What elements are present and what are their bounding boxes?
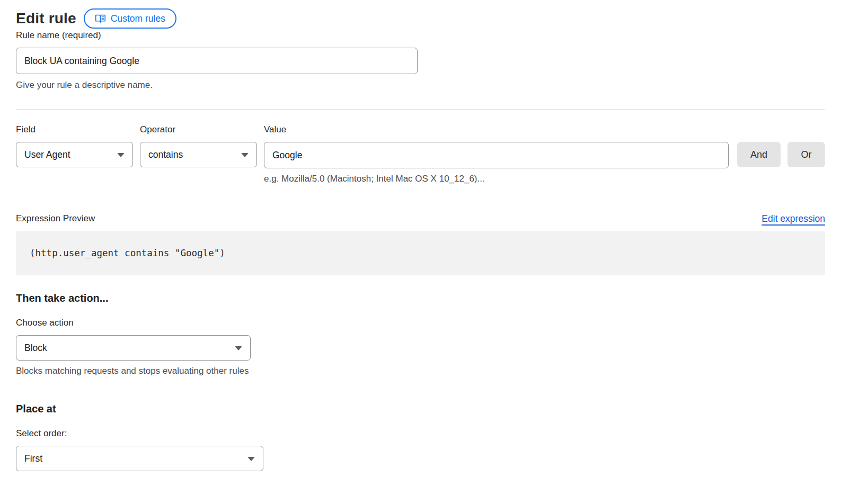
section-divider [16, 110, 825, 110]
operator-label: Operator [140, 124, 257, 136]
placement-section-heading: Place at [16, 403, 825, 415]
custom-rules-label: Custom rules [111, 13, 165, 24]
page-title: Edit rule [16, 10, 76, 27]
field-label: Field [16, 124, 133, 136]
field-select-value: User Agent [24, 149, 70, 160]
choose-action-label: Choose action [16, 317, 825, 329]
triangle-down-icon [235, 346, 242, 350]
value-label: Value [264, 124, 729, 136]
operator-select[interactable]: contains [140, 142, 257, 167]
operator-select-value: contains [148, 149, 183, 160]
expression-header: Expression Preview Edit expression [16, 213, 825, 224]
triangle-down-icon [117, 153, 125, 157]
condition-row: Field User Agent Operator contains Value… [16, 124, 825, 184]
or-button[interactable]: Or [787, 142, 825, 167]
action-section-heading: Then take action... [16, 292, 825, 304]
select-order-label: Select order: [16, 428, 825, 439]
value-help: e.g. Mozilla/5.0 (Macintosh; Intel Mac O… [264, 173, 729, 184]
page-header: Edit rule Custom rules [16, 7, 825, 30]
field-select[interactable]: User Agent [16, 142, 133, 167]
rule-name-label: Rule name (required) [16, 30, 101, 40]
triangle-down-icon [241, 153, 249, 157]
rule-name-input[interactable] [16, 48, 418, 74]
triangle-down-icon [247, 457, 255, 461]
edit-rule-page: Edit rule Custom rules Rule name (requir… [0, 0, 841, 471]
edit-expression-link[interactable]: Edit expression [762, 213, 825, 224]
expression-preview-label: Expression Preview [16, 213, 95, 224]
rule-name-help: Give your rule a descriptive name. [16, 79, 825, 91]
action-help: Blocks matching requests and stops evalu… [16, 365, 825, 376]
operator-column: Operator contains [140, 124, 257, 167]
or-column: Or [787, 124, 825, 167]
and-button[interactable]: And [737, 142, 781, 167]
action-select-value: Block [24, 343, 47, 354]
action-select[interactable]: Block [16, 335, 251, 361]
value-input[interactable] [264, 142, 729, 168]
field-column: Field User Agent [16, 124, 133, 167]
open-book-icon [95, 14, 106, 23]
order-select[interactable]: First [16, 446, 263, 471]
and-column: And [737, 124, 781, 167]
order-select-value: First [24, 453, 42, 464]
expression-preview-block: (http.user_agent contains "Google") [16, 231, 825, 275]
value-column: Value e.g. Mozilla/5.0 (Macintosh; Intel… [264, 124, 729, 184]
expression-code: (http.user_agent contains "Google") [30, 248, 225, 258]
custom-rules-docs-button[interactable]: Custom rules [84, 8, 176, 29]
